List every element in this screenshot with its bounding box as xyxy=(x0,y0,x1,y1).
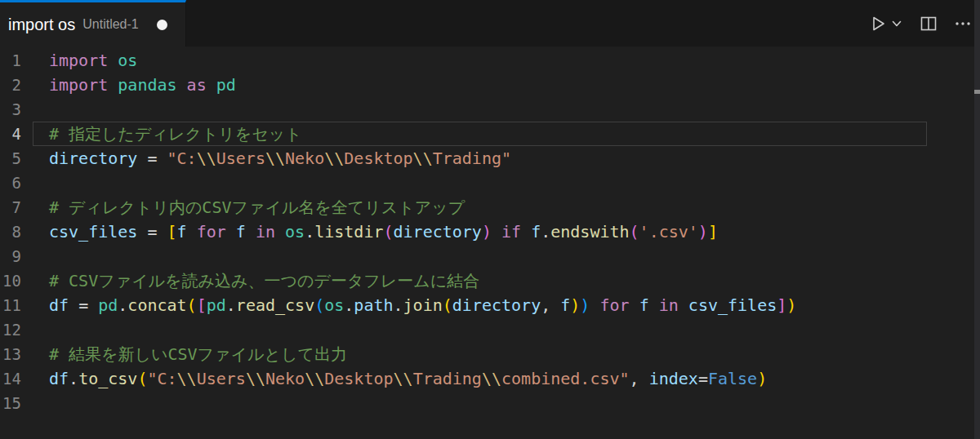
line-number[interactable]: 11 xyxy=(0,293,21,317)
code-line-text: # 指定したディレクトリをセット xyxy=(49,122,302,146)
ruler-cursor-marker xyxy=(974,90,980,94)
split-editor-button[interactable] xyxy=(916,11,941,37)
code-line-text: # CSVファイルを読み込み、一つのデータフレームに結合 xyxy=(49,268,479,293)
line-number[interactable]: 7 xyxy=(0,195,21,220)
code-line[interactable]: 1import os xyxy=(0,48,980,73)
code-line[interactable]: 13# 結果を新しいCSVファイルとして出力 xyxy=(0,342,980,366)
code-line-text: df.to_csv("C:\\Users\\Neko\\Desktop\\Tra… xyxy=(49,366,767,391)
code-rows: 1import os2import pandas as pd34# 指定したディ… xyxy=(0,48,980,415)
code-line[interactable]: 9 xyxy=(0,244,980,268)
code-line[interactable]: 14df.to_csv("C:\\Users\\Neko\\Desktop\\T… xyxy=(0,366,980,391)
scrollbar-overview-ruler[interactable] xyxy=(974,0,980,439)
code-line[interactable]: 11df = pd.concat([pd.read_csv(os.path.jo… xyxy=(0,293,980,317)
code-line[interactable]: 10# CSVファイルを読み込み、一つのデータフレームに結合 xyxy=(0,268,980,293)
code-line[interactable]: 7# ディレクトリ内のCSVファイル名を全てリストアップ xyxy=(0,195,980,220)
tab-bar: import os Untitled-1 xyxy=(0,0,980,47)
code-line-text: # ディレクトリ内のCSVファイル名を全てリストアップ xyxy=(49,195,465,220)
ellipsis-icon xyxy=(954,15,972,33)
line-number[interactable]: 1 xyxy=(0,48,21,73)
code-line[interactable]: 3 xyxy=(0,97,980,122)
line-number[interactable]: 8 xyxy=(0,220,21,244)
code-editor[interactable]: 1import os2import pandas as pd34# 指定したディ… xyxy=(0,47,980,439)
line-number[interactable]: 14 xyxy=(0,366,21,391)
line-number[interactable]: 6 xyxy=(0,171,21,195)
chevron-down-icon xyxy=(891,18,902,29)
run-button[interactable] xyxy=(866,11,890,37)
line-number[interactable]: 2 xyxy=(0,73,21,97)
editor-actions xyxy=(866,0,975,47)
code-line[interactable]: 12 xyxy=(0,317,980,342)
line-number[interactable]: 9 xyxy=(0,244,21,268)
line-number[interactable]: 15 xyxy=(0,391,21,415)
code-line[interactable]: 6 xyxy=(0,171,980,195)
code-line-text: import os xyxy=(49,48,137,73)
code-line[interactable]: 8csv_files = [f for f in os.listdir(dire… xyxy=(0,220,980,244)
code-line-text: # 結果を新しいCSVファイルとして出力 xyxy=(49,342,347,366)
code-line-text: df = pd.concat([pd.read_csv(os.path.join… xyxy=(49,293,796,317)
line-number[interactable]: 3 xyxy=(0,97,21,122)
code-line[interactable]: 5directory = "C:\\Users\\Neko\\Desktop\\… xyxy=(0,146,980,171)
line-number[interactable]: 10 xyxy=(0,268,21,293)
play-icon xyxy=(868,14,888,33)
line-number[interactable]: 5 xyxy=(0,146,21,171)
line-number[interactable]: 13 xyxy=(0,342,21,366)
line-number[interactable]: 4 xyxy=(0,122,21,146)
tab-title: import os xyxy=(8,16,75,34)
code-line-text: directory = "C:\\Users\\Neko\\Desktop\\T… xyxy=(49,146,511,171)
more-actions-button[interactable] xyxy=(951,11,975,37)
code-line[interactable]: 4# 指定したディレクトリをセット xyxy=(0,122,980,146)
split-editor-icon xyxy=(919,14,938,33)
code-line-text: csv_files = [f for f in os.listdir(direc… xyxy=(49,220,718,244)
line-number[interactable]: 12 xyxy=(0,317,21,342)
code-line-text: import pandas as pd xyxy=(49,73,236,97)
run-dropdown-button[interactable] xyxy=(889,11,905,37)
tab-description: Untitled-1 xyxy=(82,17,138,32)
tab-untitled-1[interactable]: import os Untitled-1 xyxy=(0,0,186,47)
modified-indicator-icon[interactable] xyxy=(157,20,167,30)
code-line[interactable]: 2import pandas as pd xyxy=(0,73,980,97)
code-line[interactable]: 15 xyxy=(0,391,980,415)
